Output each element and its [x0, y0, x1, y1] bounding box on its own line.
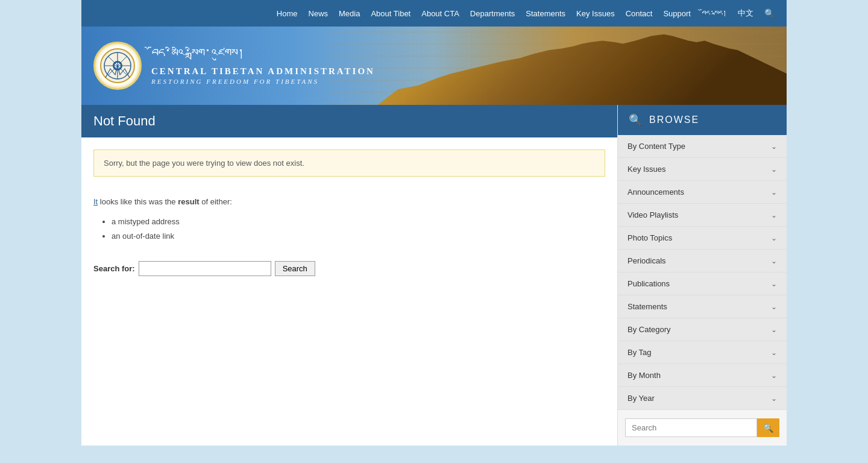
it-link[interactable]: It [93, 197, 98, 206]
page-title: Not Found [93, 113, 156, 128]
accordion-item-0: By Content Type⌄ [618, 135, 787, 158]
chevron-down-icon-3: ⌄ [771, 211, 777, 219]
accordion-label-2: Announcements [627, 187, 684, 197]
accordion-item-1: Key Issues⌄ [618, 158, 787, 181]
lang-tibetan[interactable]: བོད་སྐད། [702, 9, 727, 18]
accordion-item-6: Publications⌄ [618, 272, 787, 295]
chevron-down-icon-4: ⌄ [771, 234, 777, 242]
tibetan-text: བོད་མིའི་སྒྲིག་འཛུགས། [151, 46, 375, 62]
browse-icon: 🔍 [629, 113, 643, 127]
logo-text: བོད་མིའི་སྒྲིག་འཛུགས། Central Tibetan Ad… [151, 46, 375, 84]
chevron-down-icon-1: ⌄ [771, 165, 777, 174]
reason-1: a mistyped address [112, 217, 180, 226]
sidebar-search-input[interactable] [625, 418, 757, 437]
error-detail-intro: It looks like this was the result of eit… [93, 195, 605, 209]
accordion-label-6: Publications [627, 279, 670, 288]
accordion-label-9: By Tag [627, 348, 652, 357]
sidebar-search-wrap: 🔍 [625, 418, 779, 437]
org-name: Central Tibetan Administration [151, 65, 375, 78]
accordion-header-8[interactable]: By Category⌄ [618, 318, 787, 341]
accordion-item-11: By Year⌄ [618, 387, 787, 410]
nav-about-tibet[interactable]: About Tibet [371, 9, 410, 18]
nav-contact[interactable]: Contact [626, 9, 653, 18]
accordion-label-4: Photo Topics [627, 233, 672, 242]
nav-home[interactable]: Home [277, 9, 298, 18]
emblem-svg [99, 48, 136, 84]
logo-emblem [93, 42, 142, 90]
main-content: Not Found Sorry, but the page you were t… [81, 105, 618, 446]
chevron-down-icon-10: ⌄ [771, 371, 777, 380]
accordion-label-0: By Content Type [627, 142, 685, 151]
top-navigation: Home News Media About Tibet About CTA De… [81, 0, 787, 27]
nav-support[interactable]: Support [663, 9, 691, 18]
accordion-item-4: Photo Topics⌄ [618, 227, 787, 250]
search-button[interactable]: Search [275, 261, 315, 276]
accordion-header-6[interactable]: Publications⌄ [618, 272, 787, 295]
lang-chinese[interactable]: 中文 [738, 8, 753, 19]
sidebar-header: 🔍 BROWSE [618, 105, 787, 135]
search-input[interactable] [139, 261, 271, 276]
chevron-down-icon-5: ⌄ [771, 257, 777, 265]
chevron-down-icon-2: ⌄ [771, 188, 777, 197]
accordion-header-11[interactable]: By Year⌄ [618, 387, 787, 409]
nav-departments[interactable]: Departments [470, 9, 515, 18]
accordion-header-10[interactable]: By Month⌄ [618, 364, 787, 386]
chevron-down-icon-11: ⌄ [771, 394, 777, 403]
nav-key-issues[interactable]: Key Issues [576, 9, 615, 18]
accordion-item-10: By Month⌄ [618, 364, 787, 387]
error-detail: It looks like this was the result of eit… [81, 189, 617, 255]
accordion-label-11: By Year [627, 394, 655, 403]
nav-about-cta[interactable]: About CTA [421, 9, 459, 18]
accordion-header-5[interactable]: Periodicals⌄ [618, 250, 787, 272]
accordion-item-9: By Tag⌄ [618, 341, 787, 364]
accordion-header-0[interactable]: By Content Type⌄ [618, 135, 787, 157]
accordion-label-1: Key Issues [627, 165, 666, 174]
accordion-label-8: By Category [627, 325, 671, 334]
sidebar: 🔍 BROWSE By Content Type⌄Key Issues⌄Anno… [618, 105, 787, 446]
sidebar-search-button[interactable]: 🔍 [757, 418, 779, 437]
reason-2: an out-of-date link [112, 232, 174, 241]
site-logo: བོད་མིའི་སྒྲིག་འཛུགས། Central Tibetan Ad… [93, 42, 375, 90]
accordion-label-10: By Month [627, 371, 661, 380]
accordion-header-3[interactable]: Video Playlists⌄ [618, 204, 787, 226]
browse-label: BROWSE [649, 115, 699, 125]
search-form: Search for: Search [81, 255, 617, 294]
accordion-item-7: Statements⌄ [618, 295, 787, 318]
accordion-item-3: Video Playlists⌄ [618, 204, 787, 227]
org-tagline: Restoring Freedom for Tibetans [151, 78, 375, 85]
nav-statements[interactable]: Statements [526, 9, 565, 18]
chevron-down-icon-6: ⌄ [771, 280, 777, 288]
nav-search-icon[interactable]: 🔍 [764, 8, 775, 19]
accordion-item-2: Announcements⌄ [618, 181, 787, 204]
site-header: བོད་མིའི་སྒྲིག་འཛུགས། Central Tibetan Ad… [81, 27, 787, 105]
error-reasons-list: a mistyped address an out-of-date link [112, 215, 605, 243]
accordion-item-5: Periodicals⌄ [618, 250, 787, 272]
reason-item: a mistyped address [112, 215, 605, 228]
reason-item: an out-of-date link [112, 229, 605, 243]
accordion-header-7[interactable]: Statements⌄ [618, 295, 787, 318]
nav-media[interactable]: Media [339, 9, 360, 18]
accordion-header-9[interactable]: By Tag⌄ [618, 341, 787, 364]
chevron-down-icon-7: ⌄ [771, 303, 777, 311]
accordion-item-8: By Category⌄ [618, 318, 787, 341]
chevron-down-icon-9: ⌄ [771, 348, 777, 357]
accordion-label-5: Periodicals [627, 256, 666, 265]
page-wrapper: Home News Media About Tibet About CTA De… [81, 0, 787, 446]
page-title-bar: Not Found [81, 105, 617, 137]
accordion-header-2[interactable]: Announcements⌄ [618, 181, 787, 203]
accordion-header-4[interactable]: Photo Topics⌄ [618, 227, 787, 249]
sidebar-search-area: 🔍 [618, 410, 787, 446]
error-message-text: Sorry, but the page you were trying to v… [104, 159, 304, 168]
accordion-header-1[interactable]: Key Issues⌄ [618, 158, 787, 180]
chevron-down-icon-0: ⌄ [771, 142, 777, 151]
error-message-box: Sorry, but the page you were trying to v… [93, 150, 605, 177]
accordion-label-3: Video Playlists [627, 210, 678, 219]
accordion-label-7: Statements [627, 302, 667, 311]
nav-news[interactable]: News [309, 9, 329, 18]
chevron-down-icon-8: ⌄ [771, 326, 777, 334]
content-area: Not Found Sorry, but the page you were t… [81, 105, 787, 446]
accordion-container: By Content Type⌄Key Issues⌄Announcements… [618, 135, 787, 410]
search-label: Search for: [93, 264, 135, 273]
